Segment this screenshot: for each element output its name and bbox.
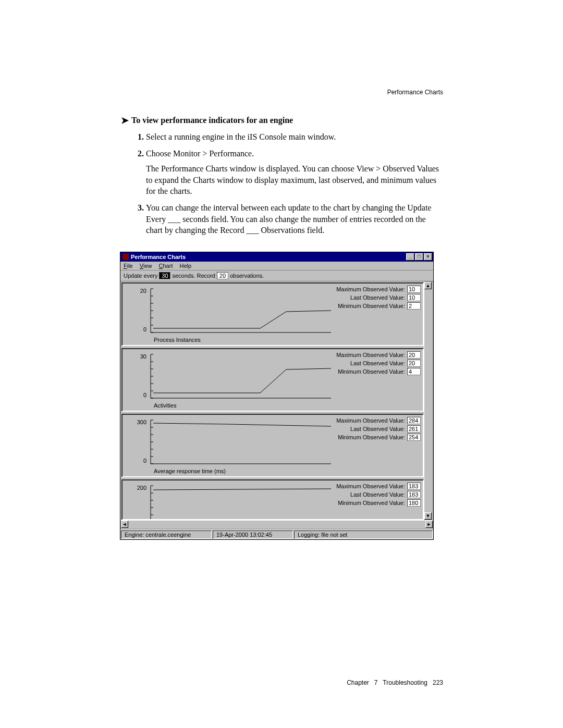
close-button[interactable]: × xyxy=(424,253,432,261)
scroll-left-icon[interactable]: ◄ xyxy=(121,521,128,528)
titlebar: Performance Charts _ □ × xyxy=(120,252,433,262)
val-max-4: 183 xyxy=(407,483,421,490)
svg-text:300: 300 xyxy=(137,419,146,425)
perf-charts-window: Performance Charts _ □ × File View Chart… xyxy=(120,252,434,540)
val-min-2: 4 xyxy=(407,368,421,375)
val-last-2: 20 xyxy=(407,360,421,367)
chart-avg-response: 300 0 Average response time (ms) xyxy=(121,414,424,477)
input-update-seconds[interactable]: 30 xyxy=(159,272,170,279)
page-header: Performance Charts xyxy=(387,89,443,96)
lbl-max: Maximum Observed Value: xyxy=(336,286,405,292)
val-last-4: 183 xyxy=(407,491,421,498)
minimize-button[interactable]: _ xyxy=(406,253,414,261)
task-title: ➤To view performance indicators for an e… xyxy=(120,115,443,126)
step-2: Choose Monitor > Performance. The Perfor… xyxy=(146,148,443,197)
val-last-1: 10 xyxy=(407,294,421,301)
chart-activities: 30 0 Activities Maximum Obs xyxy=(121,348,424,412)
horizontal-scrollbar[interactable]: ◄ ► xyxy=(120,520,433,529)
app-icon xyxy=(123,254,129,260)
maximize-button[interactable]: □ xyxy=(415,253,423,261)
lbl-last: Last Observed Value: xyxy=(350,294,405,301)
svg-text:0: 0 xyxy=(143,392,146,398)
val-max-1: 10 xyxy=(407,286,421,293)
step-3: You can change the interval between each… xyxy=(146,202,443,236)
page-footer: Chapter 7 Troubleshooting 223 xyxy=(347,679,443,686)
menu-file[interactable]: File xyxy=(124,263,133,269)
svg-text:0: 0 xyxy=(143,326,146,332)
lbl-seconds: seconds. xyxy=(172,273,195,279)
svg-text:0: 0 xyxy=(143,458,146,464)
chart-svg-1: 20 0 xyxy=(125,286,331,336)
status-logging: Logging: file not set xyxy=(294,530,433,539)
menu-chart[interactable]: Chart xyxy=(159,263,173,269)
status-time: 19-Apr-2000 13:02:45 xyxy=(213,530,293,539)
chart-caption-3: Average response time (ms) xyxy=(154,468,331,474)
scroll-up-icon[interactable]: ▲ xyxy=(424,282,432,289)
svg-text:200: 200 xyxy=(137,485,146,491)
lbl-min: Minimum Observed Value: xyxy=(338,303,405,309)
chart-caption-2: Activities xyxy=(154,402,331,409)
chart-svg-4: 200 xyxy=(125,483,331,519)
scroll-right-icon[interactable]: ► xyxy=(425,521,433,528)
menu-help[interactable]: Help xyxy=(180,263,197,269)
val-max-3: 284 xyxy=(407,417,421,424)
val-last-3: 261 xyxy=(407,425,421,433)
vertical-scrollbar[interactable]: ▲ ▼ xyxy=(424,281,433,520)
step-list: Select a running engine in the iIS Conso… xyxy=(136,131,443,236)
chart-svg-2: 30 0 xyxy=(125,351,331,401)
svg-text:20: 20 xyxy=(140,288,146,294)
val-min-3: 254 xyxy=(407,434,421,441)
lbl-update-every: Update every xyxy=(124,273,157,279)
chart-4-partial: 200 Maximum Observed Value:183 Last Obse… xyxy=(121,479,424,520)
chart-process-instances: 20 0 Process Instances Maxi xyxy=(121,282,424,346)
menubar: File View Chart Help xyxy=(120,262,433,270)
chart-caption-1: Process Instances xyxy=(154,337,331,343)
window-title: Performance Charts xyxy=(131,254,186,260)
lbl-record: Record xyxy=(197,273,215,279)
input-record-obs[interactable]: 20 xyxy=(217,272,228,279)
svg-text:30: 30 xyxy=(140,353,146,360)
status-engine: Engine: centrale.ceengine xyxy=(121,530,212,539)
step-2-detail: The Performance Charts window is display… xyxy=(146,163,443,197)
lbl-observations: observations. xyxy=(230,273,264,279)
scroll-down-icon[interactable]: ▼ xyxy=(424,512,432,520)
toolbar: Update every 30 seconds. Record 20 obser… xyxy=(120,270,433,281)
statusbar: Engine: centrale.ceengine 19-Apr-2000 13… xyxy=(120,529,433,539)
val-min-4: 180 xyxy=(407,499,421,507)
task-title-text: To view performance indicators for an en… xyxy=(131,116,293,125)
val-min-1: 2 xyxy=(407,302,421,310)
chart-svg-3: 300 0 xyxy=(125,417,331,467)
val-max-2: 20 xyxy=(407,351,421,359)
arrow-icon: ➤ xyxy=(120,115,129,126)
step-1: Select a running engine in the iIS Conso… xyxy=(146,131,443,143)
menu-view[interactable]: View xyxy=(140,263,152,269)
